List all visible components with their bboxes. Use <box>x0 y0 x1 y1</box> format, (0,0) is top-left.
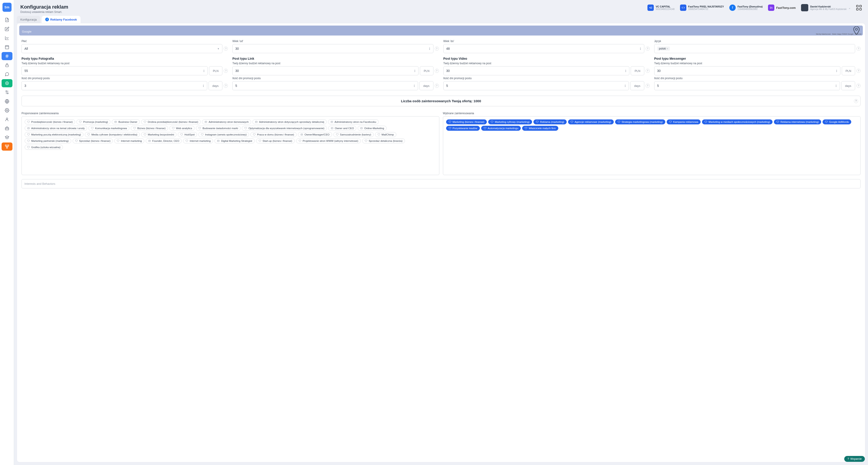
nav-transfer-icon[interactable] <box>2 88 12 96</box>
help-icon[interactable]: ? <box>435 46 439 51</box>
interest-chip[interactable]: HubSpot <box>178 132 197 137</box>
interest-chip[interactable]: Start-up (biznes i finanse) <box>256 138 295 144</box>
interest-chip[interactable]: MailChimp <box>375 132 396 137</box>
nav-briefcase-icon[interactable] <box>2 124 12 132</box>
interest-chip[interactable]: Internet marketing <box>114 138 144 144</box>
account-brand[interactable]: In FastTony.com <box>768 4 796 11</box>
help-icon[interactable]: ? <box>224 46 228 51</box>
help-icon[interactable]: ? <box>224 69 228 73</box>
interest-chip[interactable]: Administratorzy stron na temat zdrowia i… <box>25 126 87 131</box>
account-vc[interactable]: VC CAPITAL503234931224148 <box>647 4 674 11</box>
help-icon[interactable]: ? <box>646 84 650 88</box>
nav-chart-icon[interactable] <box>2 34 12 42</box>
nav-lock-icon[interactable] <box>2 61 12 69</box>
post-type-title: Post typu Messenger <box>654 57 861 60</box>
user-menu[interactable]: Daniel KędzierskiAgencja Me & My FairES … <box>801 4 851 11</box>
age-to-input[interactable]: 48▲▼ <box>443 44 644 53</box>
selected-interest-chip[interactable]: Agencje reklamowe (marketing) <box>568 119 614 124</box>
selected-interest-chip[interactable]: Reklama (marketing) <box>533 119 567 124</box>
selected-interest-chip[interactable]: Kampania reklamowa <box>666 119 701 124</box>
help-icon[interactable]: ? <box>857 46 861 51</box>
close-icon[interactable]: × <box>666 48 668 50</box>
budget-input[interactable]: 30▲▼ <box>654 66 840 75</box>
help-icon[interactable]: ? <box>435 84 439 88</box>
logo[interactable]: Sm <box>2 3 11 12</box>
nav-user-icon[interactable] <box>2 115 12 123</box>
selected-interest-chip[interactable]: Reklama internetowa (marketing) <box>774 119 821 124</box>
nav-academy-icon[interactable] <box>2 133 12 142</box>
interest-chip[interactable]: Media cyfrowe (komputery i elektronika) <box>85 132 140 137</box>
nav-calendar-icon[interactable] <box>2 43 12 51</box>
interest-chip[interactable]: Business Owner <box>112 119 140 124</box>
interest-chip[interactable]: Drobna przedsiębiorczość (biznes i finan… <box>141 119 200 124</box>
interest-chip[interactable]: Samozatrudnienie (kariery) <box>334 132 374 137</box>
map-banner[interactable]: Google Skróty klawiszowe Dane mapy ©2024… <box>19 26 863 35</box>
interest-chip[interactable]: Projektowanie stron WWW (witryny interne… <box>296 138 361 144</box>
nav-globe-icon[interactable] <box>2 97 12 105</box>
gender-select[interactable]: All▼ <box>22 44 222 53</box>
nav-file-icon[interactable] <box>2 16 12 24</box>
interest-chip[interactable]: Owner and CEO <box>328 126 356 131</box>
interest-chip[interactable]: Budowanie świadomości marki <box>196 126 241 131</box>
interest-chip[interactable]: Internet marketing <box>183 138 213 144</box>
selected-interest-chip[interactable]: Automatyzacja marketingu <box>481 126 521 131</box>
age-from-input[interactable]: 30▲▼ <box>232 44 433 53</box>
help-icon[interactable]: ? <box>646 69 650 73</box>
account-pixel[interactable]: FastTony PIXEL NAJSTARSZY165825471440472… <box>680 4 724 11</box>
apps-grid-icon[interactable] <box>856 5 862 10</box>
interest-chip[interactable]: Optymalizacja dla wyszukiwarek interneto… <box>242 126 327 131</box>
account-fb[interactable]: f FastTony (Domyślna)1164694603562682 <box>729 4 763 11</box>
interest-chip[interactable]: Founder, Director, CEO <box>146 138 182 144</box>
interest-chip[interactable]: Web analytics <box>169 126 194 131</box>
help-icon[interactable]: ? <box>224 84 228 88</box>
interest-chip[interactable]: Instagram (serwis społecznościowy) <box>198 132 249 137</box>
nav-chat-icon[interactable] <box>2 70 12 78</box>
budget-input[interactable]: 30▲▼ <box>232 66 418 75</box>
interests-search-input[interactable]: Interests and Behaviors <box>22 179 861 188</box>
selected-interest-chip[interactable]: Właściciele małych firm <box>522 126 558 131</box>
help-icon[interactable]: ? <box>435 69 439 73</box>
tab-reklamy-facebook[interactable]: fReklamy Facebook <box>42 16 81 23</box>
nav-edit-icon[interactable] <box>2 25 12 33</box>
interest-chip[interactable]: Online-Marketing <box>358 126 386 131</box>
help-icon[interactable]: ? <box>857 84 861 88</box>
interest-chip[interactable]: Sprzedaż (biznes i finanse) <box>73 138 113 144</box>
budget-input[interactable]: 55▲▼ <box>22 66 208 75</box>
language-select[interactable]: polski× <box>654 44 855 53</box>
support-button[interactable]: ? Wsparcie <box>844 456 865 462</box>
days-input[interactable]: 5▲▼ <box>654 81 840 90</box>
nav-hash-icon[interactable] <box>2 52 12 60</box>
selected-interest-chip[interactable]: Marketing cyfrowy (marketing) <box>488 119 532 124</box>
help-icon[interactable]: ? <box>854 99 858 103</box>
interest-chip[interactable]: Praca w domu (biznes i finanse) <box>250 132 297 137</box>
interest-chip[interactable]: Promocja (marketing) <box>76 119 111 124</box>
interest-chip[interactable]: Komunikacja marketingowa <box>89 126 129 131</box>
selected-interest-chip[interactable]: Strategia marketingowa (marketing) <box>615 119 665 124</box>
selected-interest-chip[interactable]: Marketing w mediach społecznościowych (m… <box>702 119 773 124</box>
interest-chip[interactable]: Biznes (biznes i finanse) <box>131 126 168 131</box>
selected-interest-chip[interactable]: Google AdWords <box>823 119 851 124</box>
interest-chip[interactable]: Digital Marketing Strategist <box>214 138 254 144</box>
interest-chip[interactable]: Administratorzy stron biznesowych <box>202 119 251 124</box>
interest-chip[interactable]: Marketing pocztą elektroniczną (marketin… <box>25 132 84 137</box>
interest-chip[interactable]: Marketing bezpośredni <box>141 132 177 137</box>
interest-chip[interactable]: Administratorzy stron dotyczących sprzed… <box>252 119 327 124</box>
interest-chip[interactable]: Marketing partnerski (marketing) <box>25 138 71 144</box>
days-input[interactable]: 5▲▼ <box>443 81 629 90</box>
selected-interest-chip[interactable]: Marketing (biznes i finanse) <box>446 119 487 124</box>
budget-input[interactable]: 30▲▼ <box>443 66 629 75</box>
interest-chip[interactable]: Owner/Manager/CEO <box>298 132 332 137</box>
help-icon[interactable]: ? <box>857 69 861 73</box>
days-input[interactable]: 5▲▼ <box>232 81 418 90</box>
interest-chip[interactable]: Grafika (sztuka wizualna) <box>25 145 63 150</box>
help-icon[interactable]: ? <box>646 46 650 51</box>
selected-interest-chip[interactable]: Pozyskiwanie leadów <box>446 126 480 131</box>
days-input[interactable]: 3▲▼ <box>22 81 207 90</box>
nav-ai-icon[interactable] <box>2 79 12 87</box>
nav-gear-icon[interactable] <box>2 106 12 115</box>
nav-org-icon[interactable] <box>2 143 12 151</box>
interest-chip[interactable]: Administratorzy stron na Facebooku <box>328 119 379 124</box>
interest-chip[interactable]: Sprzedaż detaliczna (branża) <box>362 138 405 144</box>
tab-konfiguracja[interactable]: Konfiguracja <box>17 16 40 23</box>
interest-chip[interactable]: Przedsiębiorczość (biznes i finanse) <box>25 119 75 124</box>
